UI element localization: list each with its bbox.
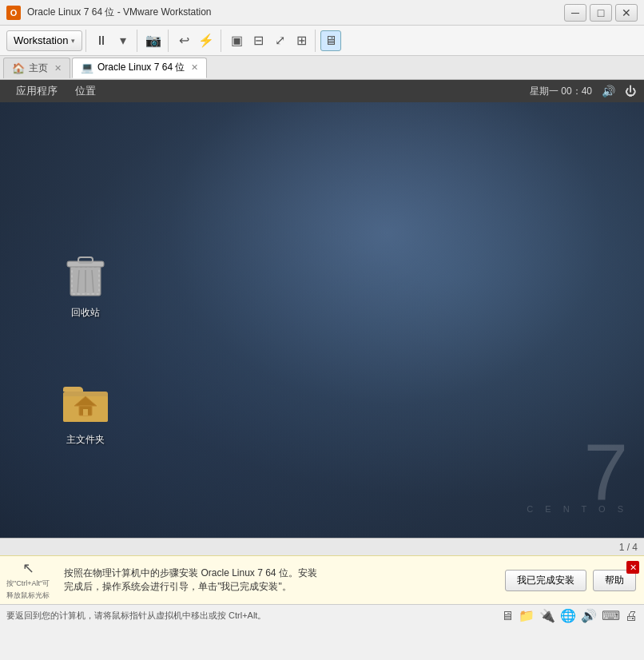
notification-icon-col: ↖ 按"Ctrl+Alt"可 释放鼠标光标	[0, 556, 56, 604]
pagination-text: 1 / 4	[619, 542, 638, 553]
trash-icon-label: 回收站	[68, 305, 103, 320]
status-bar-text: 要返回到您的计算机，请将鼠标指针从虚拟机中移出或按 Ctrl+Alt。	[6, 610, 498, 622]
vm-screen[interactable]: 回收站 主文件夹 7 C E N T O S	[0, 102, 644, 538]
workstation-menu-button[interactable]: Workstation ▾	[6, 30, 82, 51]
workstation-dropdown-arrow: ▾	[71, 37, 75, 45]
revert-button[interactable]: ↩	[173, 30, 194, 51]
folder-icon-img	[60, 378, 111, 429]
notification-content: 按照在物理计算机中的步骤安装 Oracle Linux 7 64 位。安装 完成…	[56, 556, 497, 604]
vm-menu-items: 应用程序 位置	[8, 82, 104, 100]
oracle-tab-icon: 💻	[81, 62, 93, 74]
status-bar: 要返回到您的计算机，请将鼠标指针从虚拟机中移出或按 Ctrl+Alt。 🖥 📁 …	[0, 604, 644, 626]
vm-menubar: 应用程序 位置 星期一 00：40 🔊 ⏻	[0, 80, 644, 102]
pause-button[interactable]: ⏸	[91, 30, 112, 51]
workstation-label: Workstation	[14, 34, 68, 46]
status-icon-2[interactable]: 📁	[519, 608, 535, 623]
toolbar: Workstation ▾ ⏸ ▾ 📷 ↩ ⚡ ▣ ⊟ ⤢ ⊞ 🖥	[0, 26, 644, 56]
power-icon[interactable]: ⏻	[625, 85, 636, 97]
notification-strip: ↖ 按"Ctrl+Alt"可 释放鼠标光标 按照在物理计算机中的步骤安装 Ora…	[0, 555, 644, 604]
window-title: Oracle Linux 7 64 位 - VMware Workstation	[27, 6, 212, 19]
maximize-button[interactable]: □	[590, 4, 612, 22]
vmtools-button[interactable]: 🖥	[320, 30, 341, 51]
oracle-tab-label: Oracle Linux 7 64 位	[97, 61, 185, 74]
centos-number: 7	[527, 432, 628, 512]
done-install-button[interactable]: 我已完成安装	[505, 570, 586, 591]
volume-icon[interactable]: 🔊	[602, 85, 615, 97]
tabs-bar: 🏠 主页 ✕ 💻 Oracle Linux 7 64 位 ✕	[0, 56, 644, 80]
close-button[interactable]: ✕	[615, 4, 638, 22]
oracle-tab-close[interactable]: ✕	[191, 62, 198, 73]
home-tab-label: 主页	[29, 62, 48, 75]
home-folder-icon-desktop[interactable]: 主文件夹	[50, 378, 121, 447]
full-screen-button[interactable]: ⤢	[269, 30, 290, 51]
vm-pagination: 1 / 4	[0, 538, 644, 555]
trash-icon-desktop[interactable]: 回收站	[50, 251, 121, 320]
notification-line2: 完成后，操作系统会进行引导，单击"我已完成安装"。	[64, 580, 489, 594]
status-icon-6[interactable]: ⌨	[602, 608, 620, 623]
vm-clock: 星期一 00：40	[530, 85, 592, 98]
cursor-icon: ↖	[22, 559, 34, 577]
power-button[interactable]: ⚡	[195, 30, 217, 51]
single-window-button[interactable]: ▣	[226, 30, 247, 51]
minimize-button[interactable]: ─	[564, 4, 586, 22]
status-icon-5[interactable]: 🔊	[581, 608, 597, 623]
menu-places[interactable]: 位置	[67, 82, 104, 100]
cursor-label: 释放鼠标光标	[6, 590, 50, 601]
title-bar: O Oracle Linux 7 64 位 - VMware Workstati…	[0, 0, 644, 26]
centos-text: C E N T O S	[527, 504, 628, 514]
pause-dropdown-button[interactable]: ▾	[113, 30, 133, 51]
status-icon-3[interactable]: 🔌	[539, 608, 555, 623]
status-icon-4[interactable]: 🌐	[560, 608, 576, 623]
trash-icon-img	[60, 251, 111, 302]
notification-close-button[interactable]: ✕	[626, 561, 639, 574]
svg-rect-11	[83, 409, 88, 415]
centos-watermark: 7 C E N T O S	[527, 432, 628, 514]
status-icon-1[interactable]: 🖥	[501, 609, 514, 623]
home-tab-close[interactable]: ✕	[54, 63, 62, 74]
status-icons: 🖥 📁 🔌 🌐 🔊 ⌨ 🖨	[501, 608, 638, 623]
notification-line1: 按照在物理计算机中的步骤安装 Oracle Linux 7 64 位。安装	[64, 567, 489, 580]
home-tab-icon: 🏠	[12, 62, 25, 74]
window-controls: ─ □ ✕	[564, 4, 638, 22]
multiwindow-button[interactable]: ⊟	[248, 30, 268, 51]
status-icon-7[interactable]: 🖨	[625, 609, 638, 623]
cursor-hint-text: 按"Ctrl+Alt"可	[6, 578, 50, 589]
unity-button[interactable]: ⊞	[291, 30, 312, 51]
tab-oracle[interactable]: 💻 Oracle Linux 7 64 位 ✕	[72, 58, 207, 78]
folder-icon-label: 主文件夹	[63, 432, 108, 447]
snapshot-button[interactable]: 📷	[142, 30, 165, 51]
vm-menubar-right: 星期一 00：40 🔊 ⏻	[530, 85, 636, 98]
menu-applications[interactable]: 应用程序	[8, 82, 66, 100]
app-icon: O	[6, 6, 21, 20]
notification-buttons: 我已完成安装 帮助	[497, 556, 644, 604]
tab-home[interactable]: 🏠 主页 ✕	[3, 58, 70, 78]
